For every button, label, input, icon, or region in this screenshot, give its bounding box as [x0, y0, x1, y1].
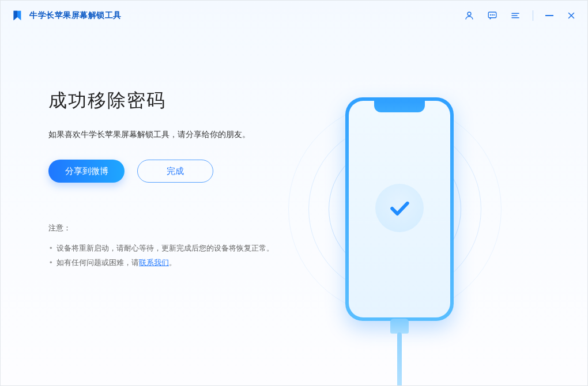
notes-list: 设备将重新启动，请耐心等待，更新完成后您的设备将恢复正常。 如有任何问题或困难，… — [48, 241, 300, 270]
action-buttons: 分享到微博 完成 — [48, 160, 300, 183]
app-title: 牛学长苹果屏幕解锁工具 — [29, 10, 122, 21]
svg-point-0 — [468, 12, 471, 16]
success-check-icon — [375, 184, 424, 232]
note-item-2: 如有任何问题或困难，请联系我们。 — [48, 256, 300, 270]
success-subtext: 如果喜欢牛学长苹果屏幕解锁工具，请分享给你的朋友。 — [48, 130, 300, 140]
close-button[interactable] — [566, 10, 577, 21]
success-heading: 成功移除密码 — [48, 88, 300, 113]
left-pane: 成功移除密码 如果喜欢牛学长苹果屏幕解锁工具，请分享给你的朋友。 分享到微博 完… — [1, 31, 300, 385]
cable-connector-icon — [390, 319, 409, 334]
done-button[interactable]: 完成 — [137, 160, 213, 183]
app-logo-icon — [11, 9, 24, 22]
titlebar: 牛学长苹果屏幕解锁工具 — [1, 1, 587, 31]
cable-wire-icon — [397, 332, 402, 386]
feedback-icon[interactable] — [487, 10, 498, 21]
share-weibo-button[interactable]: 分享到微博 — [48, 160, 125, 183]
notes-title: 注意： — [48, 223, 300, 233]
titlebar-right — [463, 10, 577, 21]
app-window: 牛学长苹果屏幕解锁工具 — [0, 0, 588, 386]
note2-prefix: 如有任何问题或困难，请 — [56, 258, 139, 267]
phone-notch — [374, 101, 425, 112]
svg-point-3 — [492, 14, 493, 15]
svg-point-2 — [491, 14, 491, 15]
content-area: 成功移除密码 如果喜欢牛学长苹果屏幕解锁工具，请分享给你的朋友。 分享到微博 完… — [1, 31, 587, 385]
titlebar-separator — [533, 10, 533, 21]
menu-icon[interactable] — [510, 10, 521, 21]
svg-point-4 — [494, 14, 495, 15]
note2-suffix: 。 — [169, 258, 176, 267]
right-pane — [300, 31, 587, 385]
minimize-button[interactable] — [545, 10, 554, 21]
phone-illustration — [345, 97, 454, 321]
titlebar-left: 牛学长苹果屏幕解锁工具 — [11, 9, 122, 22]
contact-us-link[interactable]: 联系我们 — [139, 258, 169, 267]
account-icon[interactable] — [463, 10, 475, 21]
note-item-1: 设备将重新启动，请耐心等待，更新完成后您的设备将恢复正常。 — [48, 241, 300, 256]
